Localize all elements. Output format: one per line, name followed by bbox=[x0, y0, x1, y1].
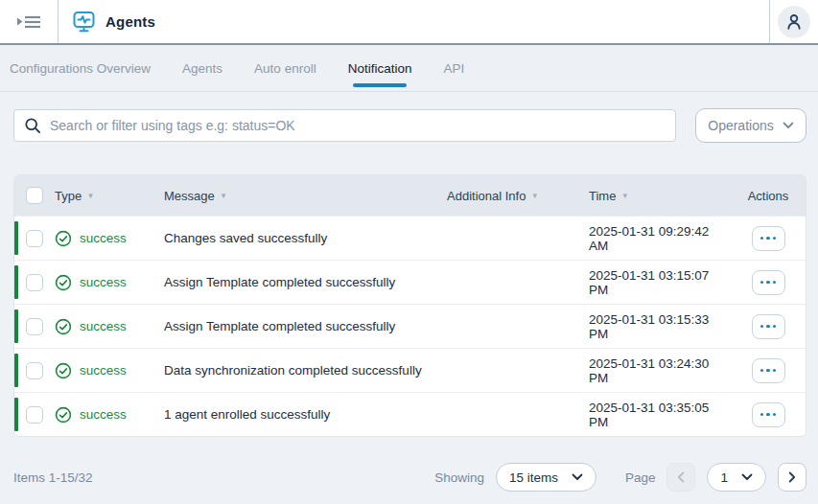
column-header-actions: Actions bbox=[731, 189, 806, 203]
next-page-button[interactable] bbox=[778, 463, 806, 492]
success-status-icon bbox=[55, 406, 72, 424]
sort-arrow-icon[interactable]: ▾ bbox=[532, 192, 537, 200]
row-actions-button[interactable] bbox=[752, 358, 785, 383]
page-size-value: 15 items bbox=[509, 470, 558, 485]
user-menu-button[interactable] bbox=[778, 6, 810, 38]
row-checkbox[interactable] bbox=[26, 274, 43, 291]
success-status-icon bbox=[55, 318, 72, 335]
top-bar: Agents bbox=[0, 0, 818, 45]
search-input[interactable] bbox=[50, 118, 666, 133]
search-box bbox=[13, 109, 676, 142]
notifications-table: Type ▾ Message ▾ Additional Info ▾ Time … bbox=[13, 174, 806, 437]
status-badge: success bbox=[80, 319, 127, 333]
row-actions-button[interactable] bbox=[752, 402, 785, 427]
tab-api[interactable]: API bbox=[443, 45, 464, 91]
success-status-icon bbox=[55, 362, 72, 379]
column-header-additional-info[interactable]: Additional Info ▾ bbox=[447, 189, 589, 203]
pagination-bar: Items 1-15/32 Showing 15 items Page bbox=[13, 463, 806, 492]
user-avatar-icon bbox=[783, 11, 806, 34]
search-icon bbox=[24, 117, 41, 134]
row-checkbox[interactable] bbox=[26, 318, 43, 335]
app-title: Agents bbox=[71, 9, 155, 34]
column-header-time[interactable]: Time ▾ bbox=[589, 189, 731, 203]
sidebar-toggle-icon bbox=[16, 12, 41, 32]
success-status-icon bbox=[55, 274, 72, 291]
operations-button[interactable]: Operations bbox=[695, 108, 806, 143]
page-number-value: 1 bbox=[720, 470, 728, 485]
notification-time: 2025-01-31 03:15:33 PM bbox=[589, 312, 731, 341]
chevron-down-icon bbox=[783, 122, 794, 129]
tab-notification[interactable]: Notification bbox=[348, 45, 412, 91]
sort-arrow-icon[interactable]: ▾ bbox=[622, 192, 627, 200]
status-badge: success bbox=[80, 231, 127, 245]
operations-button-label: Operations bbox=[708, 118, 773, 133]
table-row: success Data synchronization completed s… bbox=[14, 348, 806, 392]
notification-time: 2025-01-31 03:15:07 PM bbox=[589, 268, 731, 297]
sidebar-toggle-button[interactable] bbox=[13, 9, 44, 35]
row-checkbox[interactable] bbox=[26, 230, 43, 247]
table-header-row: Type ▾ Message ▾ Additional Info ▾ Time … bbox=[14, 175, 806, 216]
chevron-left-icon bbox=[677, 471, 685, 483]
items-count: Items 1-15/32 bbox=[13, 470, 93, 485]
notification-message: Assign Template completed successfully bbox=[164, 275, 447, 289]
previous-page-button[interactable] bbox=[666, 463, 695, 492]
page-number-select[interactable]: 1 bbox=[707, 463, 766, 492]
notification-time: 2025-01-31 03:35:05 PM bbox=[589, 401, 731, 429]
notification-message: Data synchronization completed successfu… bbox=[164, 363, 447, 378]
notification-message: Changes saved successfully bbox=[164, 231, 447, 245]
header-divider bbox=[58, 0, 58, 43]
showing-label: Showing bbox=[434, 470, 484, 485]
tab-agents[interactable]: Agents bbox=[182, 45, 222, 91]
tab-configurations-overview[interactable]: Configurations Overview bbox=[10, 45, 151, 91]
page-size-select[interactable]: 15 items bbox=[496, 463, 596, 492]
table-row: success Assign Template completed succes… bbox=[14, 260, 806, 304]
chevron-down-icon bbox=[572, 473, 583, 481]
page-title: Agents bbox=[105, 13, 155, 30]
agents-monitor-icon bbox=[71, 9, 97, 34]
notification-message: Assign Template completed successfully bbox=[164, 319, 447, 333]
toolbar: Operations bbox=[13, 108, 806, 143]
tab-auto-enroll[interactable]: Auto enroll bbox=[254, 45, 316, 91]
sort-arrow-icon[interactable]: ▾ bbox=[88, 192, 93, 200]
column-header-message[interactable]: Message ▾ bbox=[164, 189, 447, 203]
chevron-down-icon bbox=[741, 473, 753, 481]
column-header-type[interactable]: Type ▾ bbox=[55, 189, 164, 203]
table-row: success Changes saved successfully 2025-… bbox=[14, 216, 806, 260]
row-checkbox[interactable] bbox=[26, 406, 43, 424]
select-all-checkbox[interactable] bbox=[26, 187, 43, 204]
status-badge: success bbox=[80, 363, 127, 378]
status-badge: success bbox=[80, 407, 127, 422]
row-actions-button[interactable] bbox=[752, 314, 785, 339]
table-row: success Assign Template completed succes… bbox=[14, 304, 806, 348]
row-actions-button[interactable] bbox=[752, 226, 785, 251]
notification-time: 2025-01-31 09:29:42 AM bbox=[589, 224, 731, 253]
success-status-icon bbox=[55, 230, 72, 247]
main-content: Operations Type ▾ Message ▾ Additional bbox=[0, 108, 818, 492]
status-badge: success bbox=[80, 275, 127, 289]
sort-arrow-icon[interactable]: ▾ bbox=[222, 192, 226, 200]
chevron-right-icon bbox=[788, 471, 796, 483]
tab-bar: Configurations Overview Agents Auto enro… bbox=[0, 45, 818, 92]
table-row: success 1 agent enrolled successfully 20… bbox=[14, 392, 806, 436]
row-actions-button[interactable] bbox=[752, 270, 785, 295]
notification-time: 2025-01-31 03:24:30 PM bbox=[589, 356, 731, 385]
pagination-controls: Showing 15 items Page 1 bbox=[434, 463, 806, 492]
notification-message: 1 agent enrolled successfully bbox=[164, 407, 447, 422]
header-right-section bbox=[769, 0, 818, 43]
page-label: Page bbox=[625, 470, 656, 485]
row-checkbox[interactable] bbox=[26, 362, 43, 379]
